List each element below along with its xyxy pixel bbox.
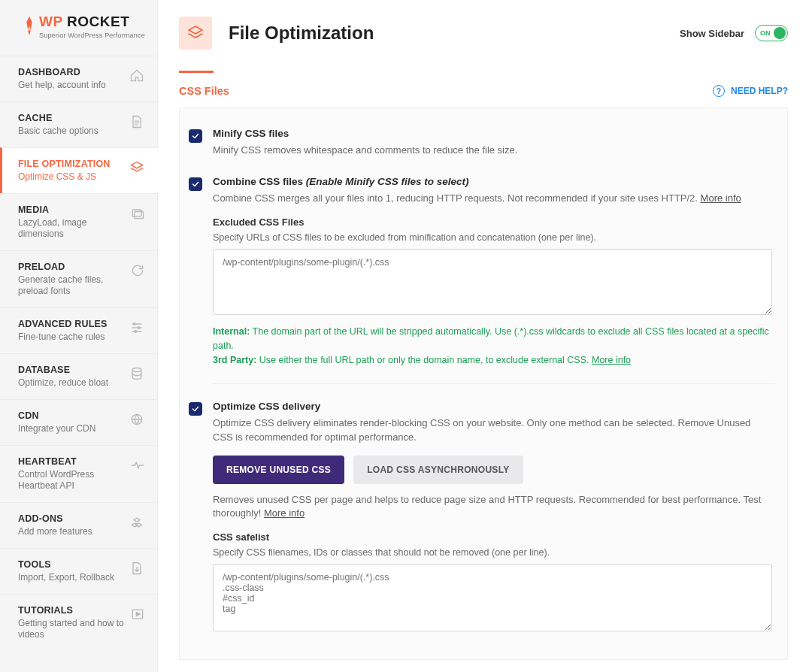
- safelist-textarea[interactable]: [213, 564, 772, 631]
- help-icon: ?: [713, 85, 725, 97]
- svg-rect-0: [132, 210, 141, 216]
- sidebar-item-label: DASHBOARD: [18, 67, 106, 77]
- globe-icon: [129, 412, 145, 427]
- sidebar-item-label: HEARTBEAT: [18, 456, 130, 467]
- optimize-css-label: Optimize CSS delivery: [213, 401, 772, 412]
- sidebar-item-label: TOOLS: [18, 559, 114, 570]
- import-export-icon: [129, 561, 145, 576]
- note-more-link[interactable]: More info: [592, 355, 631, 365]
- combine-css-more-link[interactable]: More info: [701, 192, 741, 204]
- note-third-lead: 3rd Party:: [213, 355, 256, 365]
- sidebar-item-cache[interactable]: CACHEBasic cache options: [0, 101, 157, 147]
- optimize-more-link[interactable]: More info: [264, 507, 305, 519]
- safelist-label: CSS safelist: [213, 531, 772, 543]
- load-css-async-button[interactable]: LOAD CSS ASYNCHRONOUSLY: [353, 456, 523, 484]
- sidebar-item-database[interactable]: DATABASEOptimize, reduce bloat: [0, 353, 157, 399]
- main: File Optimization Show Sidebar ON CSS Fi…: [158, 0, 809, 672]
- sidebar-item-label: MEDIA: [18, 204, 129, 215]
- nav: DASHBOARDGet help, account info CACHEBas…: [0, 56, 157, 672]
- minify-css-label: Minify CSS files: [213, 128, 772, 139]
- note-internal-lead: Internal:: [213, 326, 250, 337]
- tab-indicator: [179, 71, 214, 73]
- minify-css-checkbox[interactable]: [189, 129, 202, 143]
- logo-wp: WP: [39, 14, 62, 29]
- combine-css-desc: Combine CSS merges all your files into 1…: [213, 192, 698, 204]
- combine-css-hint: (Enable Minify CSS files to select): [306, 176, 469, 187]
- logo-sub: Superior WordPress Performance: [39, 32, 145, 39]
- svg-rect-1: [134, 212, 143, 219]
- sidebar-item-label: CACHE: [18, 113, 98, 123]
- heartbeat-icon: [130, 458, 145, 473]
- excluded-css-label: Excluded CSS Files: [213, 216, 772, 228]
- home-icon: [129, 68, 145, 83]
- sidebar-item-label: ADD-ONS: [18, 513, 92, 524]
- sidebar-item-preload[interactable]: PRELOADGenerate cache files, preload fon…: [0, 250, 157, 307]
- sidebar-item-dashboard[interactable]: DASHBOARDGet help, account info: [0, 56, 157, 101]
- play-icon: [130, 607, 145, 622]
- combine-css-checkbox[interactable]: [189, 177, 202, 191]
- optimize-css-checkbox[interactable]: [189, 402, 202, 416]
- sidebar: WP ROCKET Superior WordPress Performance…: [0, 0, 158, 672]
- images-icon: [129, 206, 145, 221]
- page-title: File Optimization: [229, 23, 374, 44]
- optimize-css-desc: Optimize CSS delivery eliminates render-…: [213, 416, 772, 445]
- toggle-knob: [774, 27, 786, 39]
- sidebar-item-label: CDN: [18, 410, 95, 421]
- combine-css-field: Combine CSS files (Enable Minify CSS fil…: [180, 170, 775, 380]
- sidebar-item-label: ADVANCED RULES: [18, 319, 108, 329]
- check-icon: [191, 132, 200, 141]
- page-header: File Optimization Show Sidebar ON: [158, 0, 809, 56]
- layers-icon: [129, 160, 145, 175]
- check-icon: [191, 180, 200, 189]
- sidebar-item-tutorials[interactable]: TUTORIALSGetting started and how to vide…: [0, 594, 157, 651]
- logo: WP ROCKET Superior WordPress Performance: [0, 0, 157, 56]
- sidebar-item-label: TUTORIALS: [18, 605, 130, 616]
- need-help-link[interactable]: ? NEED HELP?: [713, 85, 788, 97]
- sidebar-item-tools[interactable]: TOOLSImport, Export, Rollback: [0, 548, 157, 594]
- svg-point-5: [132, 368, 141, 372]
- show-sidebar-label: Show Sidebar: [680, 28, 744, 39]
- sidebar-item-media[interactable]: MEDIALazyLoad, image dimensions: [0, 193, 157, 250]
- combine-css-label: Combine CSS files (Enable Minify CSS fil…: [213, 176, 772, 187]
- note-internal: The domain part of the URL will be strip…: [213, 326, 769, 351]
- refresh-icon: [130, 263, 145, 278]
- layers-icon: [179, 17, 212, 50]
- minify-css-desc: Minify CSS removes whitespace and commen…: [213, 144, 772, 158]
- sidebar-item-cdn[interactable]: CDNIntegrate your CDN: [0, 399, 157, 445]
- database-icon: [129, 366, 145, 381]
- need-help-label: NEED HELP?: [731, 86, 788, 96]
- show-sidebar-toggle[interactable]: ON: [755, 25, 788, 41]
- safelist-desc: Specify CSS filenames, IDs or classes th…: [213, 547, 772, 558]
- cubes-icon: [129, 515, 145, 530]
- toggle-on-label: ON: [760, 29, 771, 37]
- excluded-css-desc: Specify URLs of CSS files to be excluded…: [213, 232, 772, 243]
- note-third: Use either the full URL path or only the…: [256, 355, 592, 365]
- optimize-css-field: Optimize CSS delivery Optimize CSS deliv…: [180, 395, 775, 646]
- sidebar-item-addons[interactable]: ADD-ONSAdd more features: [0, 502, 157, 548]
- sidebar-item-label: DATABASE: [18, 365, 108, 375]
- sliders-icon: [129, 320, 145, 335]
- sidebar-item-label: PRELOAD: [18, 262, 130, 272]
- remove-unused-css-button[interactable]: REMOVE UNUSED CSS: [213, 456, 344, 484]
- excluded-css-textarea[interactable]: [213, 249, 772, 315]
- sidebar-item-advanced-rules[interactable]: ADVANCED RULESFine-tune cache rules: [0, 307, 157, 353]
- minify-css-field: Minify CSS files Minify CSS removes whit…: [180, 122, 775, 170]
- rocket-icon: [21, 15, 38, 38]
- check-icon: [191, 404, 200, 413]
- separator: [213, 383, 775, 384]
- css-panel: Minify CSS files Minify CSS removes whit…: [179, 107, 788, 660]
- sidebar-item-label: FILE OPTIMIZATION: [18, 159, 111, 169]
- logo-rocket: ROCKET: [67, 14, 129, 29]
- file-icon: [129, 114, 145, 129]
- sidebar-item-heartbeat[interactable]: HEARTBEATControl WordPress Heartbeat API: [0, 445, 157, 502]
- section-title: CSS Files: [179, 85, 229, 97]
- sidebar-item-file-optimization[interactable]: FILE OPTIMIZATIONOptimize CSS & JS: [0, 147, 157, 193]
